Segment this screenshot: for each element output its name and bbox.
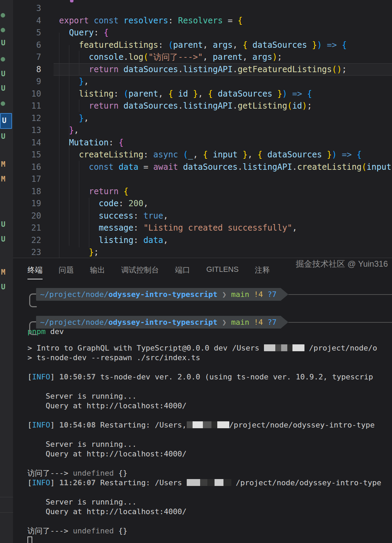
explorer-item-selected[interactable]: U	[0, 113, 12, 129]
prompt-arrow-icon	[281, 288, 288, 301]
prompt-bar: ~/project/node/odyssey-intro-typescript …	[36, 316, 281, 329]
text-token: Server is running...	[27, 440, 137, 448]
text-token: input	[213, 150, 238, 159]
git-status-letter[interactable]: U	[1, 235, 5, 243]
code-line[interactable]: 23 };	[13, 246, 392, 258]
redacted-text	[264, 344, 304, 351]
text-token: .	[233, 101, 238, 111]
git-change-dot[interactable]	[1, 57, 5, 62]
code-line[interactable]: 4export const resolvers: Resolvers = {	[13, 14, 392, 27]
code-line[interactable]: 11 return dataSources.listingAPI.getList…	[13, 100, 392, 112]
text-token: ,	[163, 235, 168, 245]
code-text: const data = await dataSources.listingAP…	[59, 161, 391, 173]
text-token: .	[178, 65, 183, 74]
code-text: },	[59, 75, 89, 88]
git-status-letter[interactable]: U	[1, 283, 5, 291]
git-status-letter[interactable]: M	[1, 175, 5, 183]
code-line[interactable]: 9 },	[13, 75, 392, 88]
text-token	[302, 89, 307, 99]
text-token: log	[128, 52, 143, 62]
line-number: 14	[13, 136, 41, 149]
text-token: ,	[242, 52, 252, 62]
git-status-letter[interactable]: U	[1, 132, 5, 141]
text-token: }	[188, 89, 198, 99]
panel-tab[interactable]: GITLENS	[206, 265, 239, 279]
text-token: ?7	[267, 290, 277, 299]
text-token: Server is running...	[27, 498, 137, 506]
code-line[interactable]: 5 Query: {	[13, 26, 392, 39]
code-line[interactable]: 16 const data = await dataSources.listin…	[13, 161, 392, 173]
code-line[interactable]: 7 console.log("访问了--->", parent, args);	[13, 51, 392, 63]
text-token	[59, 65, 89, 74]
code-line[interactable]: 3	[13, 2, 392, 14]
panel-tab[interactable]: 终端	[27, 265, 43, 279]
code-line[interactable]: 13 },	[13, 124, 392, 136]
code-line[interactable]: 17	[13, 173, 392, 185]
indent-guide	[79, 51, 79, 76]
code-line[interactable]: 20 success: true,	[13, 210, 392, 222]
panel-tab[interactable]: 问题	[59, 265, 74, 279]
code-line[interactable]: 6 featuredListings: (parent, args, { dat…	[13, 39, 392, 51]
git-change-dot[interactable]	[1, 13, 5, 18]
text-token: {	[124, 187, 128, 196]
text-token: {	[208, 89, 218, 99]
code-line[interactable]: 12 },	[13, 112, 392, 124]
code-line[interactable]: 21 message: "Listing created successfull…	[13, 222, 392, 234]
code-line[interactable]: 19 code: 200,	[13, 197, 392, 210]
terminal-panel[interactable]: 终端问题输出调试控制台端口GITLENS注释 ~/project/node/od…	[13, 258, 392, 543]
code-line[interactable]: 22 listing: data,	[13, 234, 392, 246]
git-status-letter[interactable]: M	[1, 160, 5, 168]
code-text: Query: {	[59, 26, 109, 39]
text-token: 10:54:08	[59, 421, 96, 429]
text-token	[59, 52, 89, 62]
text-token	[249, 318, 254, 326]
indent-guide	[59, 33, 59, 258]
prompt-arrow-icon	[281, 316, 288, 329]
text-token: id	[292, 101, 302, 111]
code-text: listing: (parent, { id }, { dataSources …	[59, 88, 312, 100]
code-line[interactable]: 14 Mutation: {	[13, 136, 392, 149]
text-token: {}	[114, 527, 127, 535]
panel-tab[interactable]: 端口	[175, 265, 190, 279]
text-token: 11:26:07	[59, 478, 96, 487]
prompt-rule	[288, 322, 392, 323]
code-text: code: 200,	[59, 197, 148, 210]
text-token: parent	[213, 52, 243, 62]
terminal-line: [INFO] 10:54:08 Restarting: /Users,/proj…	[27, 420, 374, 430]
text-token: ,	[292, 223, 297, 233]
text-token: ]	[50, 373, 59, 381]
git-status-letter[interactable]: U	[1, 39, 5, 47]
git-change-dot[interactable]	[1, 101, 5, 106]
panel-tab[interactable]: 调试控制台	[121, 265, 159, 279]
vscode-window: UUUUUMMUUMU 34export const resolvers: Re…	[0, 0, 392, 543]
text-token	[89, 16, 94, 25]
code-text: };	[59, 246, 99, 258]
panel-tab[interactable]: 注释	[255, 265, 270, 279]
line-number: 20	[13, 210, 41, 222]
text-token	[287, 89, 292, 99]
text-token: )	[282, 89, 287, 99]
git-status-letter[interactable]: U	[1, 70, 5, 78]
text-token: !4	[254, 290, 263, 299]
git-status-letter[interactable]: U	[1, 84, 5, 92]
text-token: }	[322, 150, 332, 159]
text-token: dataSources	[218, 89, 272, 99]
git-status-letter[interactable]: U	[1, 220, 5, 229]
text-token	[59, 162, 89, 172]
code-line[interactable]: 15 createListing: async (_, { input }, {…	[13, 148, 392, 161]
text-token: _	[188, 150, 193, 159]
text-token: dataSources	[124, 101, 178, 111]
git-status-letter[interactable]: M	[1, 268, 5, 276]
explorer-strip[interactable]: UUUUUMMUUMU	[0, 0, 13, 543]
text-token: ❯	[218, 290, 231, 299]
text-token	[59, 187, 89, 196]
code-editor[interactable]: 34export const resolvers: Resolvers = {5…	[13, 0, 392, 258]
text-token: getFeaturedListings	[238, 65, 332, 74]
explorer-section-divider	[0, 497, 13, 497]
code-line[interactable]: 18 return {	[13, 185, 392, 198]
panel-tab[interactable]: 输出	[90, 265, 105, 279]
code-line[interactable]: 8 return dataSources.listingAPI.getFeatu…	[13, 63, 392, 76]
text-token: (	[143, 52, 148, 62]
code-line[interactable]: 10 listing: (parent, { id }, { dataSourc…	[13, 88, 392, 100]
git-change-dot[interactable]	[1, 28, 5, 32]
